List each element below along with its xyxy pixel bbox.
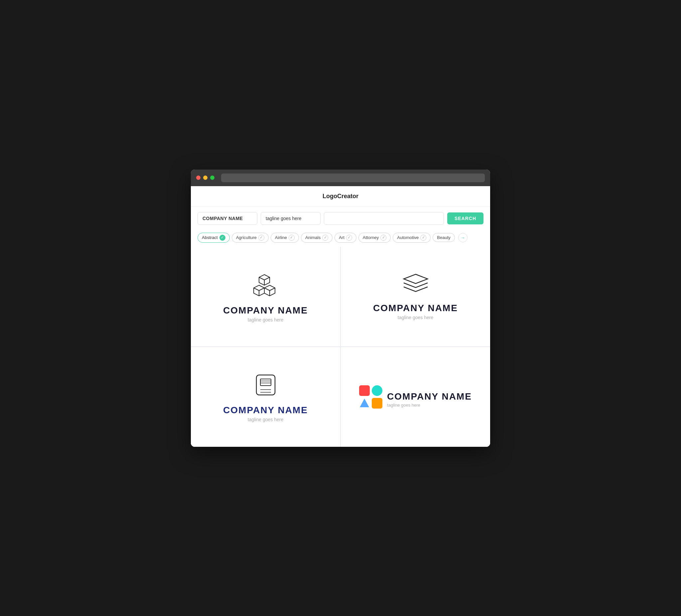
svg-marker-19 <box>360 399 369 407</box>
logo2-tagline: tagline goes here <box>398 315 433 320</box>
animals-check-icon: ✓ <box>322 235 328 241</box>
svg-line-5 <box>264 288 270 290</box>
logo2-company-name: COMPANY NAME <box>373 303 458 313</box>
logo1-company-name: COMPANY NAME <box>223 305 308 316</box>
app-content: LogoCreator SEARCH Abstract ✓ Agricultur… <box>191 186 490 447</box>
logo3-tagline: tagline goes here <box>248 417 283 422</box>
logo-grid: COMPANY NAME tagline goes here COMPANY N… <box>191 247 490 447</box>
logo4-wrapper: COMPANY NAME tagline goes here <box>359 385 472 409</box>
company-name-input[interactable] <box>198 212 257 225</box>
maximize-button[interactable] <box>210 176 215 180</box>
logo-card-2[interactable]: COMPANY NAME tagline goes here <box>341 247 490 346</box>
category-automotive-label: Automotive <box>397 235 419 240</box>
category-attorney-label: Attorney <box>363 235 379 240</box>
logo4-text-block: COMPANY NAME tagline goes here <box>387 386 472 408</box>
red-square-icon <box>359 385 370 396</box>
logo-card-4[interactable]: COMPANY NAME tagline goes here <box>341 347 490 447</box>
logo3-company-name: COMPANY NAME <box>223 405 308 415</box>
logo1-tagline: tagline goes here <box>248 317 283 323</box>
category-beauty-label: Beauty <box>437 235 450 240</box>
title-bar <box>191 170 490 186</box>
category-agriculture[interactable]: Agriculture ✓ <box>232 233 269 243</box>
next-categories-button[interactable]: → <box>458 233 468 242</box>
art-check-icon: ✓ <box>346 235 352 241</box>
category-airline[interactable]: Airline ✓ <box>271 233 299 243</box>
keyword-input[interactable] <box>324 212 444 225</box>
category-art[interactable]: Art ✓ <box>334 233 356 243</box>
logo-card-1[interactable]: COMPANY NAME tagline goes here <box>191 247 340 346</box>
svg-rect-14 <box>260 379 271 386</box>
browser-window: LogoCreator SEARCH Abstract ✓ Agricultur… <box>191 170 490 447</box>
airline-check-icon: ✓ <box>288 235 295 241</box>
category-art-label: Art <box>339 235 345 240</box>
search-bar: SEARCH <box>191 207 490 230</box>
category-bar: Abstract ✓ Agriculture ✓ Airline ✓ Anima… <box>191 230 490 247</box>
category-agriculture-label: Agriculture <box>236 235 257 240</box>
search-button[interactable]: SEARCH <box>447 212 483 224</box>
svg-line-6 <box>270 288 275 290</box>
svg-line-9 <box>259 277 264 280</box>
logo4-tagline: tagline goes here <box>387 403 472 408</box>
green-circle-icon <box>372 385 382 396</box>
category-automotive[interactable]: Automotive ✓ <box>393 233 431 243</box>
app-header: LogoCreator <box>191 186 490 207</box>
printer-icon <box>252 372 279 400</box>
cubes-icon <box>252 271 279 299</box>
svg-line-2 <box>259 288 264 290</box>
attorney-check-icon: ✓ <box>380 235 386 241</box>
color-shapes-icon <box>359 385 382 409</box>
category-abstract[interactable]: Abstract ✓ <box>198 233 230 243</box>
app-title: LogoCreator <box>323 193 358 200</box>
logo4-company-name: COMPANY NAME <box>387 391 472 402</box>
svg-marker-12 <box>404 274 428 284</box>
agriculture-check-icon: ✓ <box>258 235 264 241</box>
category-abstract-label: Abstract <box>202 235 218 240</box>
category-animals-label: Animals <box>305 235 321 240</box>
address-bar[interactable] <box>221 174 485 182</box>
close-button[interactable] <box>196 176 201 180</box>
logo-card-3[interactable]: COMPANY NAME tagline goes here <box>191 347 340 447</box>
svg-rect-13 <box>256 375 275 395</box>
category-animals[interactable]: Animals ✓ <box>301 233 332 243</box>
category-beauty[interactable]: Beauty <box>433 233 455 242</box>
layers-icon <box>402 273 429 298</box>
orange-square-icon <box>372 398 382 409</box>
tagline-input[interactable] <box>261 212 321 225</box>
category-airline-label: Airline <box>275 235 287 240</box>
abstract-check-icon: ✓ <box>220 235 225 241</box>
category-attorney[interactable]: Attorney ✓ <box>358 233 391 243</box>
svg-line-10 <box>264 277 270 280</box>
automotive-check-icon: ✓ <box>420 235 426 241</box>
blue-triangle-icon <box>359 398 370 409</box>
minimize-button[interactable] <box>203 176 207 180</box>
svg-line-1 <box>254 288 259 290</box>
